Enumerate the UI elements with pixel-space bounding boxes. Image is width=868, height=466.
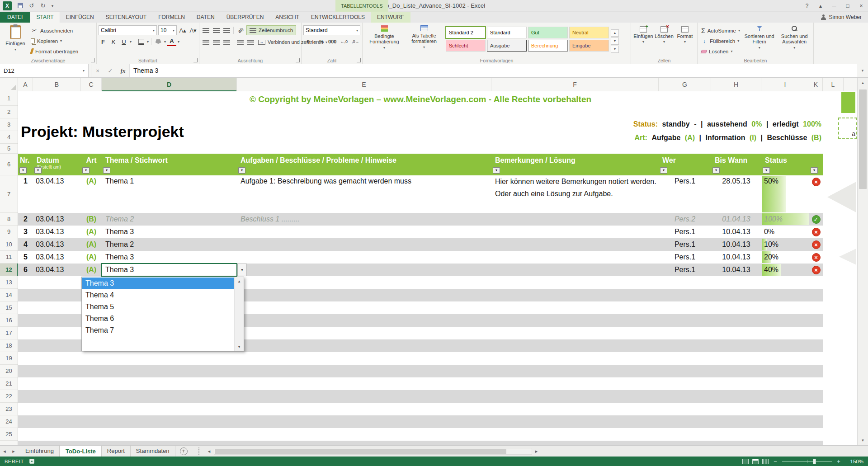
cell-bemerkungen-1[interactable]: Hier können weitere Bemerkungen notiert …: [491, 175, 659, 213]
chevron-down-icon[interactable]: ▾: [314, 40, 316, 44]
column-header-B[interactable]: B: [33, 78, 81, 91]
cell-wer-1[interactable]: Pers.1: [659, 175, 711, 213]
cell-nr-6[interactable]: 6: [18, 264, 33, 276]
cell-icon-4[interactable]: ×: [809, 238, 823, 251]
decrease-decimal-button[interactable]: ,0→: [350, 38, 361, 45]
conditional-formatting-button[interactable]: Bedingte Formatierung ▾: [364, 24, 404, 56]
filter-icon[interactable]: ▾: [82, 167, 90, 174]
new-sheet-icon[interactable]: +: [180, 447, 188, 455]
scroll-down-icon[interactable]: ▾: [235, 343, 244, 351]
minimize-icon[interactable]: ─: [827, 0, 841, 12]
dialog-launcher-icon[interactable]: [91, 58, 95, 62]
cell-status-1[interactable]: 50%: [761, 175, 809, 213]
cell-art-6[interactable]: (A): [81, 264, 102, 276]
ribbon-tab-entwicklertools[interactable]: ENTWICKLERTOOLS: [305, 12, 371, 23]
sheet-nav-right-icon[interactable]: ▸: [9, 448, 18, 454]
row-header-8[interactable]: 8: [0, 213, 18, 226]
zoom-slider[interactable]: [782, 461, 832, 462]
cancel-entry-icon[interactable]: ×: [91, 64, 104, 77]
decrease-indent-button[interactable]: [236, 38, 245, 47]
header-status[interactable]: Status▾: [761, 154, 809, 175]
cell-icon-5[interactable]: ×: [809, 251, 823, 264]
row-header-5[interactable]: 5: [0, 144, 18, 154]
cell-aufgaben-1[interactable]: Aufgabe 1: Beschreibung was gemacht werd…: [237, 175, 491, 213]
macro-record-icon[interactable]: [29, 459, 34, 464]
fill-color-button[interactable]: [154, 37, 163, 46]
formula-bar-expand-icon[interactable]: ▾: [857, 64, 868, 77]
borders-button[interactable]: [137, 37, 146, 46]
cell-art-3[interactable]: (A): [81, 226, 102, 238]
confirm-entry-icon[interactable]: ✓: [104, 64, 117, 77]
row-header-15[interactable]: 15: [0, 301, 18, 314]
ribbon-tab-ansicht[interactable]: ANSICHT: [269, 12, 305, 23]
dropdown-option-2[interactable]: Thema 4: [82, 289, 234, 301]
zoom-in-icon[interactable]: +: [835, 458, 842, 465]
cell-bemerkungen-5[interactable]: [491, 251, 659, 264]
cell-nr-1[interactable]: 1: [18, 175, 33, 213]
cell-bemerkungen-3[interactable]: [491, 226, 659, 238]
cell-status-2[interactable]: 100%: [761, 213, 809, 226]
chevron-down-icon[interactable]: ▾: [83, 69, 85, 73]
column-header-F[interactable]: F: [491, 78, 659, 91]
cell-bis-4[interactable]: 10.04.13: [711, 238, 761, 251]
cell-thema-5[interactable]: Thema 3: [102, 251, 237, 264]
cell-aufgaben-6[interactable]: [237, 264, 491, 276]
cell-style-standard-2[interactable]: Standard 2: [446, 27, 486, 38]
sheet-tab-report[interactable]: Report: [102, 446, 131, 457]
cell-aufgaben-5[interactable]: [237, 251, 491, 264]
chevron-down-icon[interactable]: ▾: [130, 40, 132, 44]
ribbon-tab-daten[interactable]: DATEN: [191, 12, 221, 23]
close-icon[interactable]: ×: [854, 0, 868, 12]
cell-status-4[interactable]: 10%: [761, 238, 809, 251]
filter-icon[interactable]: ▾: [493, 167, 500, 174]
user-account[interactable]: Simon Weber: [821, 12, 868, 23]
row-header-10[interactable]: 10: [0, 238, 18, 251]
align-left-button[interactable]: [201, 38, 210, 47]
insert-function-icon[interactable]: fx: [117, 64, 129, 77]
cell-thema-3[interactable]: Thema 3: [102, 226, 237, 238]
header-art[interactable]: Art▾: [81, 154, 102, 175]
cell-datum-4[interactable]: 03.04.13: [33, 238, 81, 251]
cell-datum-2[interactable]: 03.04.13: [33, 213, 81, 226]
ribbon-tab-datei[interactable]: DATEI: [0, 12, 30, 23]
cell-art-1[interactable]: (A): [81, 175, 102, 213]
column-header-D[interactable]: D: [102, 78, 237, 91]
align-right-button[interactable]: [222, 38, 231, 47]
increase-decimal-button[interactable]: ←,0: [339, 38, 349, 45]
format-painter-button[interactable]: Format übertragen: [29, 47, 80, 56]
dialog-launcher-icon[interactable]: [357, 58, 361, 62]
row-header-14[interactable]: 14: [0, 289, 18, 301]
row-header-17[interactable]: 17: [0, 327, 18, 339]
row-header-18[interactable]: 18: [0, 339, 18, 352]
cell-bis-5[interactable]: 10.04.13: [711, 251, 761, 264]
thousands-format-button[interactable]: 000: [327, 37, 337, 46]
find-select-button[interactable]: Suchen und Auswählen ▾: [777, 24, 812, 56]
dialog-launcher-icon[interactable]: [193, 58, 198, 62]
name-box[interactable]: D12 ▾: [0, 64, 89, 77]
row-header-11[interactable]: 11: [0, 251, 18, 264]
row-header-20[interactable]: 20: [0, 365, 18, 377]
format-as-table-button[interactable]: Als Tabelle formatieren ▾: [404, 24, 444, 56]
qat-customize-icon[interactable]: ▾: [49, 0, 56, 12]
cell-bis-3[interactable]: 10.04.13: [711, 226, 761, 238]
gallery-more-icon[interactable]: ▾: [611, 46, 619, 53]
undo-icon[interactable]: ↺: [27, 0, 37, 12]
cell-aufgaben-4[interactable]: [237, 238, 491, 251]
percent-format-button[interactable]: %: [317, 37, 326, 46]
cell-wer-6[interactable]: Pers.1: [659, 264, 711, 276]
zoom-slider-thumb[interactable]: [813, 459, 816, 464]
cell-art-5[interactable]: (A): [81, 251, 102, 264]
row-header-1[interactable]: 1: [0, 91, 18, 106]
number-format-select[interactable]: Standard▾: [303, 25, 360, 35]
wrap-text-button[interactable]: Zeilenumbruch: [246, 25, 296, 35]
cell-style-schlecht[interactable]: Schlecht: [446, 40, 486, 52]
font-family-select[interactable]: Calibri▾: [99, 25, 157, 35]
dropdown-option-4[interactable]: Thema 6: [82, 313, 234, 325]
dropdown-option-3[interactable]: Thema 5: [82, 301, 234, 313]
header-wer[interactable]: Wer▾: [659, 154, 711, 175]
sheet-tab-stammdaten[interactable]: Stammdaten: [131, 446, 175, 457]
page-break-view-icon[interactable]: [762, 459, 769, 464]
ribbon-tab-start[interactable]: START: [30, 12, 60, 23]
header-thema[interactable]: Thema / Stichwort▾: [102, 154, 237, 175]
sheet-nav-left-icon[interactable]: ◂: [0, 448, 9, 454]
